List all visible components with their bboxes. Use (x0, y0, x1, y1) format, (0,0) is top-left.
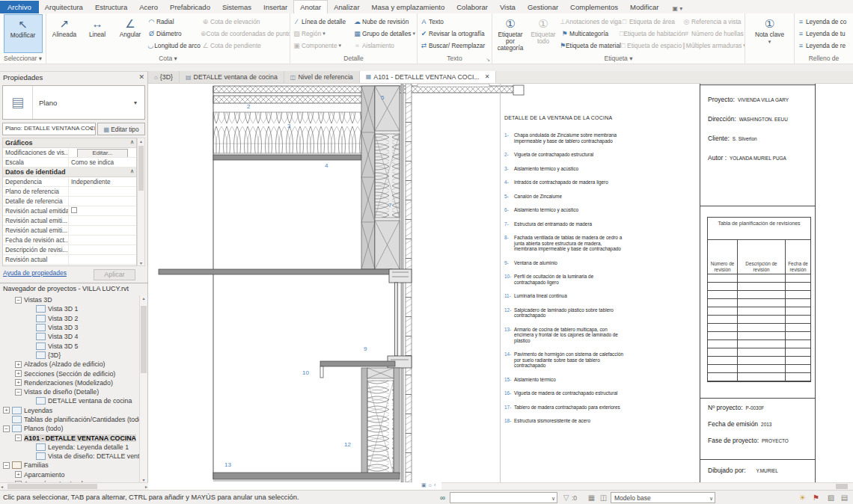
button-linea-de-detalle[interactable]: ∕Línea de detalle (292, 16, 352, 28)
sheet-canvas[interactable]: 234579101213 DETALLE DE LA VENTANA DE LA… (148, 84, 853, 482)
property-value[interactable] (69, 226, 136, 235)
background-process-icon[interactable]: ▧ (826, 493, 836, 503)
canvas-hscrollbar[interactable] (441, 482, 853, 490)
group-label-etiqueta[interactable]: Etiqueta ▾ (492, 55, 745, 64)
ribbon-tab-masa-y-emplazamiento[interactable]: Masa y emplazamiento (366, 1, 451, 13)
ribbon-tab-anotar[interactable]: Anotar (293, 0, 328, 13)
expand-icon[interactable]: + (15, 379, 22, 386)
instance-combo[interactable]: Plano: DETALLE VENTANA COCINA∨ (2, 123, 96, 135)
apply-button[interactable]: Aplicar (94, 269, 135, 280)
edit-button[interactable]: Editar... (77, 149, 127, 157)
view-tab-detalle-ventana-de-cocina[interactable]: ▤DETALLE ventana de cocina (180, 71, 284, 83)
scroll-left-icon[interactable]: ◂ (1, 484, 3, 489)
scroll-up-icon[interactable]: ▴ (138, 138, 144, 144)
tree-item-aparcamiento[interactable]: +Aparcamiento (0, 470, 139, 479)
tree-item-leyenda-leyenda-detalle-1[interactable]: Leyenda: Leyenda detalle 1 (0, 443, 139, 452)
group-label-relleno[interactable]: Relleno de (795, 55, 853, 64)
scroll-thumb[interactable] (141, 306, 147, 373)
button-alineada[interactable]: ↗Alineada (48, 14, 81, 38)
button-leyenda-de-tu[interactable]: ≡Leyenda de tu (796, 28, 852, 40)
group-label-detalle[interactable]: Detalle (290, 55, 417, 64)
tree-item-vista-3d-3[interactable]: Vista 3D 3 (0, 323, 139, 332)
main-model-icon[interactable]: ◫ (599, 493, 608, 503)
scroll-thumb[interactable] (7, 484, 97, 489)
ribbon-tab-sistemas[interactable]: Sistemas (216, 1, 257, 13)
collapse-icon[interactable]: − (3, 462, 10, 469)
texto-dialog-launcher-icon[interactable]: ↘ (486, 57, 490, 63)
button-etiqueta-de-material[interactable]: ⚑Etiqueta de material (560, 40, 620, 52)
property-value[interactable]: Como se indica (69, 158, 136, 167)
ribbon-tab-insertar[interactable]: Insertar (257, 1, 293, 13)
sun-icon[interactable]: ☼ (428, 482, 432, 488)
button-multicategoria[interactable]: ⚑Multicategoría (560, 28, 620, 40)
keynote-button[interactable]: ① Nota clave ▾ (750, 14, 790, 45)
ribbon-tab-estructura[interactable]: Estructura (89, 1, 133, 13)
selection-filter-icon[interactable]: ▽ (561, 493, 571, 503)
property-value[interactable]: Independiente (69, 177, 136, 186)
ribbon-tab-complementos[interactable]: Complementos (564, 1, 624, 13)
design-options-icon[interactable]: ▦ (587, 493, 596, 503)
type-selector[interactable]: ▤ Plano ▾ (2, 85, 145, 120)
view-tab-nivel-de-referencia[interactable]: ◫Nivel de referencia (284, 71, 360, 83)
property-value[interactable]: Editar... (69, 148, 136, 157)
tree-item-3d[interactable]: {3D} (0, 351, 139, 360)
worksets-icon[interactable]: ∞ (438, 493, 447, 503)
button-leyenda-de-co[interactable]: ≡Leyenda de co (796, 16, 852, 28)
button-longitud-de-arco[interactable]: ◡Longitud de arco (147, 40, 201, 52)
property-value[interactable] (69, 187, 136, 196)
tree-item-a101-detalle-ventana-cocina[interactable]: −A101 - DETALLE VENTANA COCINA (0, 433, 139, 442)
legend-note-block[interactable]: DETALLE DE LA VENTANA DE LA COCINA 1-Cha… (504, 115, 624, 432)
collapse-icon[interactable]: − (15, 434, 22, 441)
property-value[interactable] (69, 245, 136, 254)
tree-item-vistas-3d[interactable]: −Vistas 3D (0, 295, 139, 304)
ribbon-tab-acero[interactable]: Acero (133, 1, 164, 13)
checkbox[interactable] (71, 207, 77, 213)
view-control-bar[interactable]: ▣ ☼ ‹ (421, 482, 435, 488)
tree-item-vistas-de-diseno-detalle[interactable]: −Vistas de diseño (Detalle) (0, 387, 139, 396)
ribbon-tab-analizar[interactable]: Analizar (328, 1, 365, 13)
tree-item-renderizaciones-modelizado[interactable]: +Renderizaciones (Modelizado) (0, 378, 139, 387)
press-drag-icon[interactable]: ⚑ (811, 493, 821, 503)
group-label-cota[interactable]: Cota ▾ (46, 55, 290, 64)
property-value[interactable]: Autorizador (69, 265, 136, 266)
collapse-icon[interactable]: − (15, 297, 22, 304)
button-buscar-reemplazar[interactable]: ⇄Buscar/ Reemplazar (419, 40, 490, 52)
tree-item-leyendas[interactable]: +Leyendas (0, 406, 139, 415)
properties-close-icon[interactable]: ✕ (138, 73, 144, 81)
tree-item-detalle-ventana-de-cocina[interactable]: DETALLE ventana de cocina (0, 396, 139, 405)
workset-combo[interactable]: ∨ (450, 492, 557, 503)
properties-scrollbar[interactable]: ▴ ▾ (137, 138, 145, 266)
design-option-combo[interactable]: Modelo base∨ (611, 492, 715, 503)
property-value[interactable] (69, 197, 136, 206)
ribbon-tab-prefabricado[interactable]: Prefabricado (164, 1, 216, 13)
tree-item-vista-de-diseno-detalle-ventana-de-c[interactable]: Vista de diseño: DETALLE ventana de c (0, 452, 139, 461)
ribbon-tab-gestionar[interactable]: Gestionar (522, 1, 564, 13)
button-etiquetar-por-categoria[interactable]: ①Etiquetar por categoría (494, 14, 527, 52)
property-value[interactable] (69, 236, 136, 245)
browser-scrollbar[interactable]: ▴ ▾ (139, 295, 147, 482)
collapse-icon[interactable]: − (15, 389, 22, 396)
button-radial[interactable]: ◠Radial (147, 16, 201, 28)
group-label-texto[interactable]: Texto (418, 55, 492, 64)
view-tab-3d[interactable]: ⌂{3D} (148, 71, 180, 83)
tree-item-vista-3d-4[interactable]: Vista 3D 4 (0, 332, 139, 341)
ribbon-tab-vista[interactable]: Vista (494, 1, 522, 13)
exclude-options-icon[interactable]: ☀ (798, 493, 807, 503)
close-icon[interactable]: ✕ (485, 73, 490, 80)
modify-button[interactable]: ↖ Modificar (4, 14, 43, 53)
expand-icon[interactable]: + (3, 407, 10, 414)
expand-icon[interactable]: + (15, 471, 22, 478)
tree-item-planos-todo[interactable]: −Planos (todo) (0, 424, 139, 433)
expand-icon[interactable]: + (15, 370, 22, 377)
scroll-up-icon[interactable]: ▴ (140, 295, 147, 301)
button-nube-de-revision[interactable]: ☁Nube de revisión (352, 16, 415, 28)
section-header-graficos[interactable]: Gráficos∧ (3, 138, 136, 148)
tree-item-alzados-alzado-de-edificio[interactable]: +Alzados (Alzado de edificio) (0, 360, 139, 369)
scroll-right-icon[interactable]: ▸ (145, 484, 147, 489)
button-texto[interactable]: ATexto (419, 16, 490, 28)
tree-item-vista-3d-1[interactable]: Vista 3D 1 (0, 304, 139, 313)
properties-help-link[interactable]: Ayuda de propiedades (3, 269, 67, 277)
ribbon-tab-modificar[interactable]: Modificar (624, 1, 665, 13)
modify-panel-toggle-icon[interactable]: ▣ ▾ (670, 4, 686, 13)
ribbon-tab-arquitectura[interactable]: Arquitectura (39, 1, 89, 13)
